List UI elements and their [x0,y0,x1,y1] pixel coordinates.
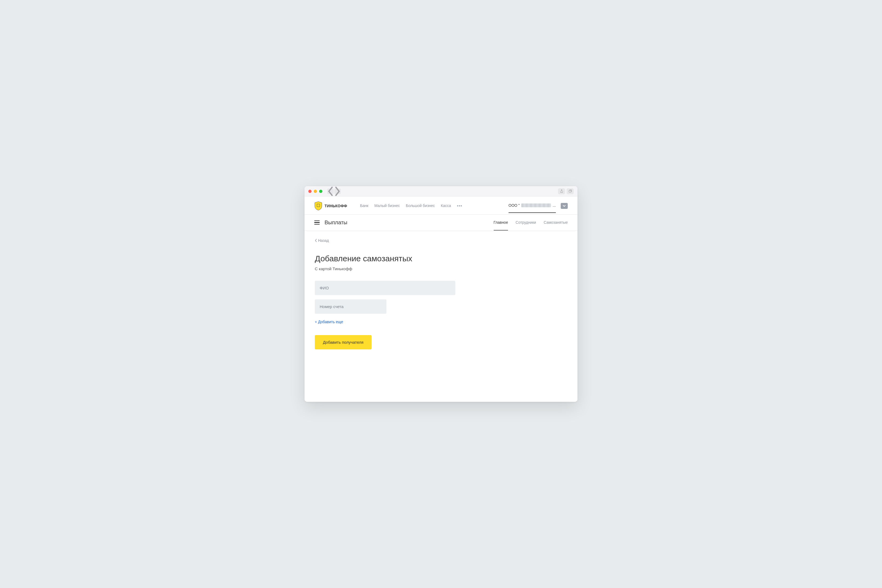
page-subtitle: С картой Тинькофф [315,266,567,271]
tab-employees[interactable]: Сотрудники [516,220,536,231]
more-menu-icon[interactable]: ••• [457,204,462,208]
account-number-input[interactable] [315,299,386,314]
add-more-link[interactable]: + Добавить еще [315,320,343,324]
section-title: Выплаты [324,219,347,226]
brand-logo[interactable]: ТИНЬКОФФ [314,201,347,210]
page-content: ТИНЬКОФФ Банк Малый бизнес Большой бизне… [304,196,578,402]
close-window-icon[interactable] [308,190,312,193]
tabs-icon[interactable] [567,188,574,194]
traffic-lights [308,190,322,193]
minimize-window-icon[interactable] [314,190,317,193]
back-link[interactable]: Назад [315,238,329,243]
account-selector[interactable]: ООО " ... [508,203,556,213]
topnav-kassa[interactable]: Касса [441,204,451,208]
main: Назад Добавление самозанятых С картой Ти… [304,231,578,366]
add-recipient-button[interactable]: Добавить получателя [315,335,372,350]
brand-name: ТИНЬКОФФ [324,204,347,208]
back-arrow-icon[interactable] [327,189,334,194]
topnav: Банк Малый бизнес Большой бизнес Касса •… [360,204,462,208]
fio-input[interactable] [315,281,455,295]
browser-chrome [304,186,578,196]
add-recipient-form: + Добавить еще Добавить получателя [315,281,567,350]
account-suffix: ... [553,203,556,207]
subnav: Главное Сотрудники Самозанятые [494,220,568,225]
maximize-window-icon[interactable] [319,190,322,193]
share-icon[interactable] [558,188,565,194]
tab-self-employed[interactable]: Самозанятые [544,220,568,231]
menu-icon[interactable] [314,220,320,225]
topnav-small-business[interactable]: Малый бизнес [374,204,400,208]
subbar: Выплаты Главное Сотрудники Самозанятые [304,214,578,231]
svg-rect-0 [569,190,571,192]
topnav-bank[interactable]: Банк [360,204,369,208]
back-label: Назад [318,238,329,243]
account-redacted [521,204,551,207]
tab-main[interactable]: Главное [494,220,508,231]
page-title: Добавление самозанятых [315,254,567,263]
account-dropdown-button[interactable] [561,203,568,209]
account-prefix: ООО " [508,203,520,207]
topnav-big-business[interactable]: Большой бизнес [406,204,435,208]
browser-nav-arrows [327,189,341,194]
forward-arrow-icon[interactable] [334,189,341,194]
browser-window: ТИНЬКОФФ Банк Малый бизнес Большой бизне… [304,186,578,402]
shield-icon [314,201,322,210]
topbar: ТИНЬКОФФ Банк Малый бизнес Большой бизне… [304,196,578,214]
